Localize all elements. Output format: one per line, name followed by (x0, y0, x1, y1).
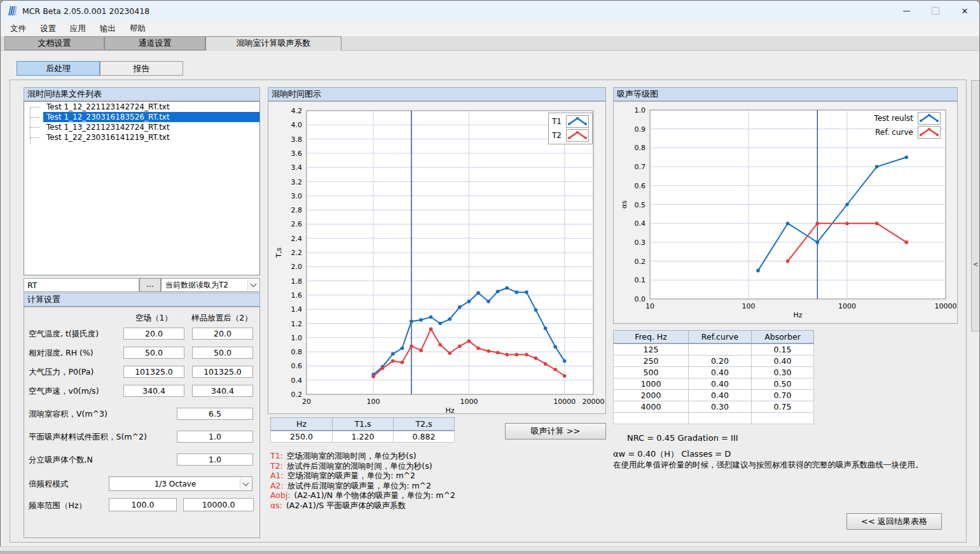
close-button[interactable]: ✕ (950, 1, 979, 21)
table-cell[interactable]: 500 (614, 367, 689, 378)
legend-entry: T1 (552, 115, 589, 128)
table-cell[interactable]: 0.70 (752, 390, 814, 401)
table-cell[interactable] (689, 413, 752, 424)
room-volume-field[interactable] (177, 408, 253, 420)
menu-bar: 文件 设置 应用 输出 帮助 (1, 21, 979, 36)
list-item[interactable]: Test 1_22_230316141219_RT.txt (24, 132, 259, 142)
table-cell[interactable]: 0.40 (689, 378, 752, 390)
table-row[interactable] (614, 413, 814, 424)
postprocess-button[interactable]: 后处理 (17, 61, 100, 76)
annotation-line: T1:空场混响室的混响时间，单位为秒(s) (270, 451, 455, 461)
annotation-text: 放试件后混响室的吸声量，单位为: m^2 (287, 481, 431, 490)
annotation-symbol: A2: (270, 481, 284, 490)
svg-text:4.0: 4.0 (291, 121, 303, 129)
table-cell[interactable]: 0.40 (752, 356, 814, 367)
table-cell[interactable]: 0.40 (689, 367, 752, 378)
air-temp-label: 空气温度, t(摄氏度) (29, 329, 99, 340)
table-row[interactable]: 5000.400.30 (614, 367, 814, 378)
list-item[interactable]: Test 1_13_221123142724_RT.txt (24, 122, 259, 132)
table-cell[interactable]: 0.15 (752, 343, 814, 356)
nrc-result-text: NRC = 0.45 Gradation = III (627, 433, 738, 443)
aw-result-text: αw = 0.40（H） Classes = D (613, 448, 731, 460)
svg-text:3.4: 3.4 (291, 163, 303, 172)
svg-text:2.6: 2.6 (291, 220, 303, 228)
absorber-count-field[interactable] (177, 454, 253, 466)
maximize-button[interactable] (921, 1, 950, 21)
tab-document-settings[interactable]: 文档设置 (4, 36, 104, 50)
svg-text:3.6: 3.6 (291, 149, 303, 158)
return-results-button[interactable]: << 返回结果表格 (846, 513, 942, 530)
minimize-button[interactable] (892, 1, 921, 21)
app-window: MCR Beta 2.05.0.001 20230418 ✕ 文件 设置 应用 … (0, 0, 980, 547)
report-button[interactable]: 报告 (100, 61, 183, 76)
table-cell[interactable]: 0.75 (752, 401, 814, 413)
table-cell[interactable]: 0.40 (689, 390, 752, 401)
table-row[interactable]: 125 0.15 (614, 343, 814, 356)
file-name[interactable]: Test 1_13_221123142724_RT.txt (43, 122, 259, 132)
legend-curve-icon (918, 112, 941, 125)
chevron-down-icon[interactable] (240, 478, 251, 490)
table-row[interactable]: 40000.300.75 (614, 401, 814, 413)
file-name[interactable]: Test 1_22_230316141219_RT.txt (43, 132, 259, 142)
humidity-field-2[interactable] (192, 347, 253, 359)
sound-speed-field-2[interactable] (192, 385, 253, 397)
octave-mode-select[interactable]: 1/3 Octave (109, 476, 252, 491)
sample-area-field[interactable] (177, 431, 253, 443)
window-title: MCR Beta 2.05.0.001 20230418 (22, 6, 149, 16)
table-row[interactable]: 10000.400.50 (614, 378, 814, 390)
table-cell[interactable]: 125 (614, 343, 689, 356)
octave-mode-value: 1/3 Octave (109, 477, 241, 490)
menu-help[interactable]: 帮助 (123, 24, 153, 34)
air-temp-field-1[interactable] (123, 328, 184, 340)
sound-speed-field-1[interactable] (123, 385, 184, 397)
menu-application[interactable]: 应用 (63, 24, 93, 34)
freq-min-field[interactable] (109, 498, 177, 511)
menu-settings[interactable]: 设置 (33, 24, 63, 34)
freq-max-field[interactable] (183, 498, 254, 511)
absorption-calc-button[interactable]: 吸声计算 >> (505, 423, 606, 440)
absorption-chart[interactable]: 0.00.10.20.30.40.50.60.70.80.91.01010010… (613, 101, 958, 324)
rt-chart[interactable]: 0.20.40.60.81.01.21.41.61.82.02.22.42.62… (268, 101, 606, 414)
humidity-field-1[interactable] (123, 347, 184, 359)
collapse-left-icon[interactable]: < (973, 261, 978, 268)
minimize-icon (903, 11, 910, 11)
svg-text:2.2: 2.2 (291, 249, 303, 257)
table-cell[interactable] (752, 413, 814, 424)
tab-channel-settings[interactable]: 通道设置 (104, 36, 205, 50)
table-row[interactable]: 2500.200.40 (614, 356, 814, 367)
menu-output[interactable]: 输出 (93, 24, 123, 34)
table-cell[interactable] (689, 343, 752, 356)
table-cell[interactable]: 4000 (614, 401, 689, 413)
file-name[interactable]: Test 1_12_221123142724_RT.txt (43, 102, 259, 112)
svg-text:1000: 1000 (838, 302, 856, 310)
pressure-field-1[interactable] (123, 366, 184, 378)
table-cell[interactable]: 0.50 (752, 378, 814, 390)
svg-text:0.9: 0.9 (635, 125, 646, 134)
side-panel-strip: < (971, 80, 980, 331)
pressure-field-2[interactable] (192, 366, 253, 378)
table-cell[interactable]: 0.30 (752, 367, 814, 378)
svg-text:Hz: Hz (445, 406, 454, 413)
table-cell[interactable] (614, 413, 689, 424)
table-row[interactable]: 20000.400.70 (614, 390, 814, 401)
table-cell[interactable]: 250 (614, 356, 689, 367)
svg-text:0.7: 0.7 (635, 163, 646, 171)
list-item[interactable]: Test 1_12_221123142724_RT.txt (24, 102, 259, 112)
browse-button[interactable]: ... (139, 278, 161, 292)
table-cell[interactable]: 0.20 (689, 356, 752, 367)
legend-curve-icon (566, 115, 589, 128)
table-cell: 0.882 (394, 431, 455, 443)
file-name[interactable]: Test 1_12_230316183526_RT.txt (43, 112, 259, 122)
data-read-combobox[interactable]: 当前数据读取为T2 (161, 278, 260, 292)
rt-file-list[interactable]: Test 1_12_221123142724_RT.txtTest 1_12_2… (24, 101, 260, 275)
list-item[interactable]: Test 1_12_230316183526_RT.txt (24, 112, 259, 122)
rt-name-input[interactable] (24, 278, 139, 292)
table-cell[interactable]: 1000 (614, 378, 689, 390)
cursor-readout-table-wrap: HzT1,sT2,s250.01.2200.882 (270, 417, 455, 443)
air-temp-field-2[interactable] (192, 328, 253, 340)
chevron-down-icon[interactable] (247, 279, 259, 291)
menu-file[interactable]: 文件 (3, 24, 33, 34)
table-cell[interactable]: 0.30 (689, 401, 752, 413)
table-cell[interactable]: 2000 (614, 390, 689, 401)
tab-reverb-absorption[interactable]: 混响室计算吸声系数 (205, 36, 342, 51)
